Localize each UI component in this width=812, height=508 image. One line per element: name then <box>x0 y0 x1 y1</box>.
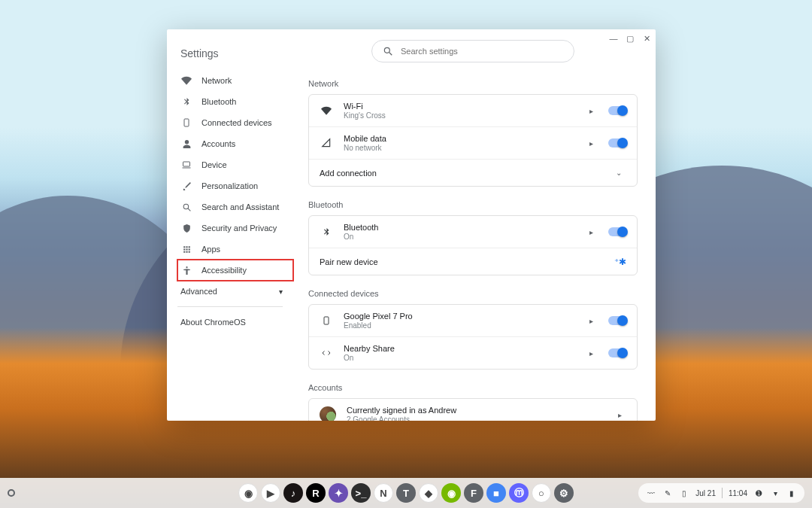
bluetooth-icon <box>320 226 333 238</box>
phone-row[interactable]: Google Pixel 7 Pro Enabled ▸ <box>309 305 637 336</box>
settings-main[interactable]: Network Wi-Fi King's Cross ▸ <box>293 37 656 421</box>
maximize-button[interactable]: ▢ <box>626 34 635 43</box>
battery-icon: ▮ <box>786 489 797 497</box>
shelf-app-nvidia[interactable]: ◉ <box>441 483 461 503</box>
status-time: 11:04 <box>729 489 747 497</box>
shelf-app-o[interactable]: ○ <box>532 483 551 503</box>
close-button[interactable]: ✕ <box>642 34 651 43</box>
bluetooth-pair-icon: ⁺✱ <box>614 257 626 267</box>
sidebar-item-label: Bluetooth <box>201 97 236 106</box>
sidebar-item-search-assistant[interactable]: Search and Assistant <box>177 196 293 217</box>
chevron-right-icon[interactable]: ▸ <box>589 107 593 115</box>
phone-icon <box>180 117 192 128</box>
phone-icon <box>320 315 333 327</box>
add-connection-label: Add connection <box>320 169 605 178</box>
sidebar-item-connected-devices[interactable]: Connected devices <box>177 112 293 133</box>
svg-point-2 <box>183 204 189 209</box>
phone-subtitle: Enabled <box>344 321 579 330</box>
shelf-app-f[interactable]: F <box>464 483 483 503</box>
sidebar-item-advanced[interactable]: Advanced ▾ <box>177 281 293 302</box>
shelf-app-settings[interactable]: ⚙ <box>554 483 574 503</box>
sidebar-item-security-privacy[interactable]: Security and Privacy <box>177 217 293 239</box>
accessibility-icon <box>180 266 192 275</box>
app-title: Settings <box>180 47 293 59</box>
laptop-icon <box>180 160 192 169</box>
shelf-app-blue[interactable]: ■ <box>486 483 506 503</box>
shelf-app-r[interactable]: R <box>306 483 326 503</box>
sidebar-item-label: Advanced <box>180 287 217 296</box>
chevron-down-icon[interactable]: ⌄ <box>616 169 622 177</box>
shelf: ◉▶♪R✦>_NT◆◉F■ⓜ○⚙ 〰 ✎ ▯ Jul 21 11:04 ➊ ▾ … <box>0 478 812 508</box>
shelf-app-terminal[interactable]: >_ <box>351 483 371 503</box>
wifi-title: Wi-Fi <box>344 102 579 111</box>
chevron-right-icon[interactable]: ▸ <box>618 411 622 419</box>
current-account-title: Currently signed in as Andrew <box>347 406 607 415</box>
sidebar-item-label: Connected devices <box>201 118 272 127</box>
minimize-button[interactable]: — <box>609 34 618 43</box>
search-input[interactable] <box>401 47 563 56</box>
section-title-connected: Connected devices <box>308 289 638 298</box>
chevron-right-icon[interactable]: ▸ <box>589 228 593 236</box>
shelf-app-mastodon[interactable]: ⓜ <box>509 483 529 503</box>
settings-window: — ▢ ✕ Settings Network Bluetooth Connect… <box>167 29 656 421</box>
sidebar-item-about[interactable]: About ChromeOS <box>177 312 293 327</box>
mobile-data-row[interactable]: Mobile data No network ▸ <box>309 126 637 159</box>
search-icon <box>180 202 192 212</box>
status-area[interactable]: 〰 ✎ ▯ Jul 21 11:04 ➊ ▾ ▮ <box>638 483 804 503</box>
shelf-app-notion[interactable]: N <box>374 483 393 503</box>
bluetooth-title: Bluetooth <box>344 223 579 232</box>
sidebar-item-personalization[interactable]: Personalization <box>177 175 293 196</box>
chevron-right-icon[interactable]: ▸ <box>589 317 593 325</box>
sidebar-item-label: Search and Assistant <box>201 202 279 211</box>
sidebar-item-label: Accessibility <box>201 266 247 275</box>
wifi-toggle[interactable] <box>608 106 626 115</box>
sidebar-item-label: Device <box>201 160 227 169</box>
phone-toggle[interactable] <box>608 316 626 325</box>
shelf-app-files[interactable]: ◆ <box>419 483 438 503</box>
brush-icon <box>180 181 192 191</box>
bluetooth-row[interactable]: Bluetooth On ▸ <box>309 216 637 248</box>
sidebar-item-device[interactable]: Device <box>177 154 293 175</box>
sidebar-item-accessibility[interactable]: Accessibility <box>177 260 293 281</box>
sidebar-item-bluetooth[interactable]: Bluetooth <box>177 91 293 112</box>
sidebar-item-network[interactable]: Network <box>177 70 293 91</box>
shelf-app-purple[interactable]: ✦ <box>329 483 348 503</box>
shelf-app-play[interactable]: ▶ <box>261 483 280 503</box>
mobile-subtitle: No network <box>344 144 579 152</box>
sidebar-item-accounts[interactable]: Accounts <box>177 133 293 154</box>
sidebar-divider <box>177 306 283 307</box>
shelf-app-spotify[interactable]: ♪ <box>283 483 303 503</box>
sidebar-item-apps[interactable]: Apps <box>177 239 293 260</box>
pair-device-row[interactable]: Pair new device ⁺✱ <box>309 248 637 275</box>
chevron-right-icon[interactable]: ▸ <box>589 139 593 148</box>
nearby-share-row[interactable]: Nearby Share On ▸ <box>309 336 637 369</box>
launcher-button[interactable] <box>8 489 15 497</box>
apps-icon <box>180 245 192 254</box>
section-title-bluetooth: Bluetooth <box>308 200 638 209</box>
avatar <box>320 406 336 421</box>
person-icon <box>180 139 192 149</box>
wifi-row[interactable]: Wi-Fi King's Cross ▸ <box>309 95 637 126</box>
bluetooth-subtitle: On <box>344 233 579 241</box>
search-box[interactable] <box>371 40 574 62</box>
bluetooth-toggle[interactable] <box>608 227 626 236</box>
section-title-network: Network <box>308 79 638 88</box>
mobile-title: Mobile data <box>344 134 579 143</box>
chevron-right-icon[interactable]: ▸ <box>589 349 593 357</box>
status-date: Jul 21 <box>695 489 716 497</box>
add-connection-row[interactable]: Add connection ⌄ <box>309 159 637 186</box>
shelf-app-chrome[interactable]: ◉ <box>238 483 258 503</box>
svg-rect-5 <box>324 317 329 324</box>
shelf-app-t[interactable]: T <box>396 483 416 503</box>
mobile-toggle[interactable] <box>608 138 626 148</box>
nearby-toggle[interactable] <box>608 348 626 357</box>
sidebar-item-label: Personalization <box>201 181 258 190</box>
settings-sidebar: Settings Network Bluetooth Connected dev… <box>167 37 293 421</box>
sidebar-item-label: Accounts <box>201 139 235 148</box>
current-account-row[interactable]: Currently signed in as Andrew 2 Google A… <box>309 399 637 421</box>
status-separator <box>722 488 723 498</box>
pair-device-label: Pair new device <box>320 257 604 266</box>
svg-point-3 <box>186 266 187 268</box>
connected-card: Google Pixel 7 Pro Enabled ▸ Nearby Shar… <box>308 304 638 370</box>
network-card: Wi-Fi King's Cross ▸ Mobile data No netw… <box>308 94 638 187</box>
